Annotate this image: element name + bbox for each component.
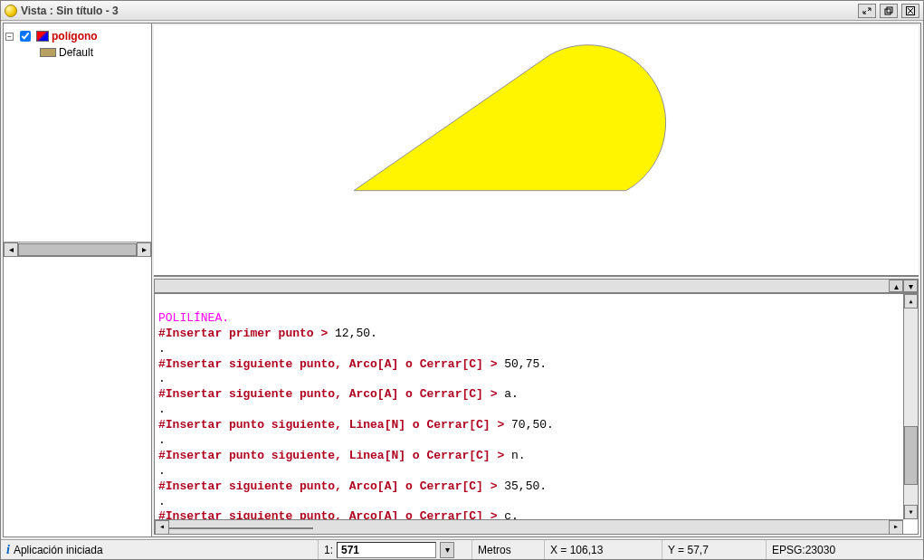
console-command-title: POLILÍNEA. — [158, 311, 229, 325]
scroll-thumb[interactable] — [169, 527, 313, 529]
map-drawing — [154, 25, 919, 275]
console-entry: a. — [497, 387, 518, 401]
style-swatch-icon — [40, 48, 56, 57]
scale-input-wrapper — [337, 542, 436, 558]
minimize-window-button[interactable] — [858, 4, 876, 18]
console-horizontal-scrollbar[interactable]: ◂ ▸ — [155, 519, 903, 534]
scroll-down-icon[interactable]: ▾ — [904, 505, 918, 519]
console-entry: 12,50. — [328, 327, 377, 340]
status-bar: i Aplicación iniciada 1: ▾ Metros X = 10… — [1, 539, 923, 559]
console-sep: . — [158, 342, 166, 356]
locator-panel-empty — [4, 257, 151, 536]
console-entry: 70,50. — [504, 418, 554, 432]
console-toolbar: ▴ ▾ — [154, 279, 919, 293]
coord-y-label: Y = 57,7 — [668, 544, 709, 556]
console-sep: . — [158, 372, 166, 385]
console-entry: 50,75. — [497, 357, 547, 371]
tree-collapse-icon[interactable]: − — [5, 33, 14, 41]
console-collapse-up-button[interactable]: ▴ — [889, 280, 903, 292]
title-bar: Vista : Sin título - 3 — [1, 1, 923, 21]
layer-style-row-default[interactable]: Default — [5, 45, 149, 60]
maximize-icon — [884, 6, 893, 15]
polyline-shape — [354, 45, 666, 191]
svg-rect-1 — [887, 7, 892, 13]
console-entry: 35,50. — [497, 479, 547, 493]
close-window-button[interactable] — [901, 4, 919, 18]
scale-input[interactable] — [339, 543, 433, 557]
console-sep: . — [158, 403, 166, 416]
units-label: Metros — [478, 544, 511, 556]
info-icon: i — [6, 543, 10, 557]
console-entry: n. — [504, 449, 525, 462]
style-name-label: Default — [59, 46, 93, 59]
layer-tree-panel: − polígono Default ◂ ▸ — [4, 24, 151, 257]
layer-name-label: polígono — [52, 30, 98, 43]
maximize-window-button[interactable] — [880, 4, 898, 18]
window-title: Vista : Sin título - 3 — [21, 5, 854, 17]
scroll-thumb[interactable] — [904, 426, 918, 485]
app-icon — [5, 5, 17, 17]
console-sep: . — [158, 464, 166, 478]
console-prompt: #Insertar siguiente punto, Arco[A] o Cer… — [158, 357, 497, 371]
layer-row-poligono[interactable]: − polígono — [5, 27, 149, 45]
console-prompt: #Insertar punto siguiente, Linea[N] o Ce… — [158, 418, 504, 432]
console-prompt: #Insertar primer punto > — [158, 327, 328, 340]
svg-rect-0 — [885, 9, 891, 14]
layer-symbol-icon — [36, 31, 49, 42]
console-sep: . — [158, 495, 166, 508]
console-vertical-scrollbar[interactable]: ▴ ▾ — [903, 294, 918, 519]
console-prompt: #Insertar siguiente punto, Arco[A] o Cer… — [158, 479, 497, 493]
minimize-icon — [862, 6, 872, 15]
map-canvas[interactable] — [154, 25, 919, 277]
coord-x-label: X = 106,13 — [550, 544, 603, 556]
console-sep: . — [158, 433, 166, 447]
console-prompt: #Insertar siguiente punto, Arco[A] o Cer… — [158, 387, 497, 401]
scale-dropdown-button[interactable]: ▾ — [440, 542, 454, 558]
scroll-thumb[interactable] — [18, 243, 137, 256]
console-collapse-down-button[interactable]: ▾ — [903, 280, 918, 292]
close-icon — [906, 6, 915, 15]
scale-prefix-label: 1: — [324, 544, 333, 556]
scroll-up-icon[interactable]: ▴ — [904, 294, 918, 308]
command-console[interactable]: POLILÍNEA. #Insertar primer punto > 12,5… — [154, 293, 919, 535]
scroll-right-icon[interactable]: ▸ — [889, 520, 903, 535]
layer-visibility-checkbox[interactable] — [20, 31, 31, 42]
toc-horizontal-scrollbar[interactable]: ◂ ▸ — [4, 242, 151, 256]
status-app-message: Aplicación iniciada — [14, 544, 103, 556]
console-prompt: #Insertar punto siguiente, Linea[N] o Ce… — [158, 449, 504, 462]
scroll-right-icon[interactable]: ▸ — [137, 242, 151, 257]
scroll-left-icon[interactable]: ◂ — [4, 242, 18, 257]
epsg-label: EPSG:23030 — [772, 544, 835, 556]
scroll-left-icon[interactable]: ◂ — [155, 520, 169, 535]
